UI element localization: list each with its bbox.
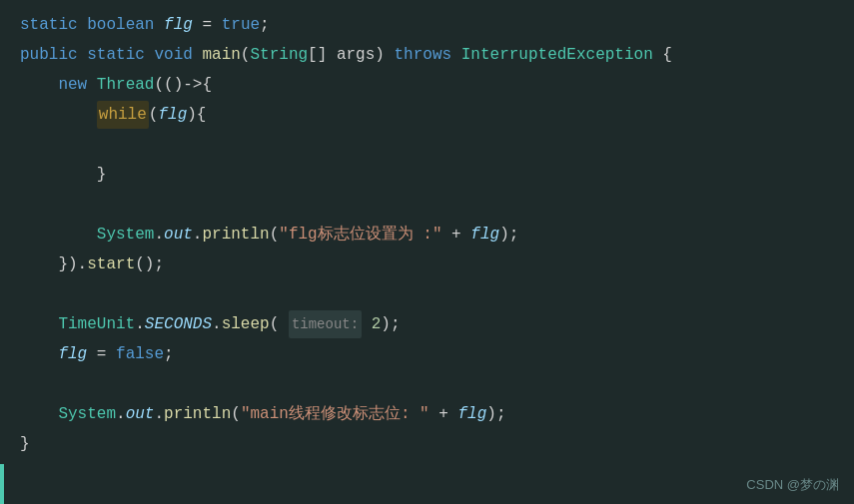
var-flg-println2: flg [458, 400, 487, 428]
var-out-2: out [126, 400, 155, 428]
code-line-8: System . out . println ( "flg标志位设置为 :" +… [0, 220, 854, 250]
code-line-9: }). start (); [0, 250, 854, 279]
var-flg: flg [164, 11, 193, 39]
keyword-new: new [58, 71, 87, 99]
class-system: System [97, 221, 155, 249]
left-accent-bar [0, 464, 4, 504]
code-line-10 [0, 279, 854, 309]
var-flg-assign: flg [58, 340, 87, 368]
code-line-5 [0, 130, 854, 160]
param-args: args [337, 41, 375, 69]
keyword-public: public [20, 41, 78, 69]
keyword-throws: throws [395, 41, 452, 69]
arrow: -> [183, 71, 202, 99]
code-line-4: while ( flg ){ [0, 100, 854, 130]
const-seconds: SECONDS [145, 310, 212, 338]
keyword-boolean: boolean [87, 11, 154, 39]
code-line-15: } [0, 429, 854, 459]
keyword-while: while [97, 101, 149, 129]
code-line-13 [0, 369, 854, 399]
class-system-2: System [58, 400, 116, 428]
type-interrupted-exception: InterruptedException [461, 41, 653, 69]
class-timeunit: TimeUnit [58, 310, 135, 338]
string-flg-label: "flg标志位设置为 :" [279, 221, 441, 249]
code-line-14: System . out . println ( "main线程修改标志位: "… [0, 399, 854, 429]
method-println-2: println [164, 400, 231, 428]
type-string: String [250, 41, 308, 69]
code-line-2: public static void main ( String [] args… [0, 40, 854, 70]
code-line-11: TimeUnit . SECONDS . sleep ( timeout: 2 … [0, 309, 854, 339]
var-flg-while: flg [158, 101, 187, 129]
keyword-static: static [20, 11, 78, 39]
code-line-7 [0, 190, 854, 220]
method-main: main [202, 41, 240, 69]
code-container: static boolean flg = true ; public stati… [0, 0, 854, 504]
method-sleep: sleep [222, 310, 270, 338]
keyword-true: true [222, 11, 260, 39]
param-hint-timeout: timeout: [289, 310, 362, 338]
watermark: CSDN @梦の渊 [746, 476, 839, 494]
type-thread: Thread [97, 71, 155, 99]
method-start: start [87, 251, 135, 278]
string-main-label: "main线程修改标志位: " [241, 400, 429, 428]
code-line-3: new Thread (() -> { [0, 70, 854, 100]
code-line-1: static boolean flg = true ; [0, 10, 854, 40]
keyword-void: void [154, 41, 192, 69]
keyword-false: false [116, 340, 164, 368]
code-line-12: flg = false ; [0, 339, 854, 369]
var-out: out [164, 221, 193, 249]
keyword-static2: static [87, 41, 145, 69]
var-flg-println: flg [470, 221, 499, 249]
closing-brace: } [20, 430, 30, 458]
code-line-6: } [0, 160, 854, 190]
number-2: 2 [372, 310, 382, 338]
method-println: println [202, 221, 269, 249]
